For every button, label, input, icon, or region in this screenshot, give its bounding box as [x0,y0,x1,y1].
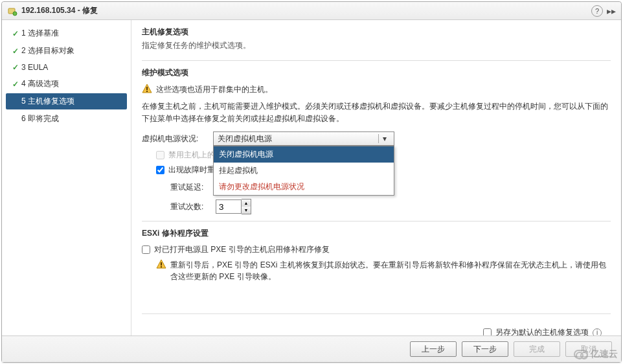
host-icon [7,6,17,16]
svg-rect-6 [161,262,162,266]
retry-count-label: 重试次数: [170,201,216,212]
help-button[interactable]: ? [591,5,603,17]
chevron-down-icon: ▾ [378,134,390,143]
content-pane: 主机修复选项 指定修复任务的维护模式选项。 维护模式选项 这些选项也适用于群集中… [131,20,621,336]
power-state-dropdown: 关闭虚拟机电源 挂起虚拟机 请勿更改虚拟机电源状况 [213,146,394,196]
retry-delay-label: 重试延迟: [170,182,216,193]
pxe-checkbox-row: 对已打开电源且 PXE 引导的主机启用修补程序修复 [142,244,611,255]
retry-count-input[interactable] [216,199,242,214]
svg-point-1 [13,12,17,16]
warning-icon [156,259,166,269]
option-power-off[interactable]: 关闭虚拟机电源 [214,146,394,163]
step-select-target[interactable]: ✓2 选择目标对象 [6,43,127,59]
section-esxi-title: ESXi 修补程序设置 [142,228,611,239]
page-subtitle: 指定修复任务的维护模式选项。 [142,40,611,51]
save-default-row: 另存为默认的主机修复选项 i [142,321,611,336]
step-eula[interactable]: ✓3 EULA [6,60,127,74]
retry-count-row: 重试次数: ▲▼ [170,199,611,214]
section-maintenance-title: 维护模式选项 [142,67,611,78]
retry-checkbox[interactable] [156,166,164,174]
window-title: 192.168.105.34 - 修复 [21,5,98,16]
titlebar: 192.168.105.34 - 修复 ? ▸▸ [2,2,621,20]
power-state-row: 虚拟机电源状况: 关闭虚拟机电源 ▾ 关闭虚拟机电源 挂起虚拟机 请勿更改虚拟机… [142,131,611,146]
next-button[interactable]: 下一步 [462,341,508,357]
page-title: 主机修复选项 [142,27,611,38]
power-state-label: 虚拟机电源状况: [142,133,213,144]
cancel-button: 取消 [565,341,612,357]
power-state-select[interactable]: 关闭虚拟机电源 ▾ [213,131,394,146]
finish-button: 完成 [514,341,560,357]
svg-rect-4 [146,91,148,92]
pxe-checkbox[interactable] [142,245,150,254]
step-select-baseline[interactable]: ✓1 选择基准 [6,25,127,41]
back-button[interactable]: 上一步 [410,341,457,357]
info-icon[interactable]: i [593,328,602,336]
save-default-checkbox[interactable] [483,328,492,336]
disable-removable-checkbox [156,151,164,159]
pxe-warning: 重新引导后，PXE 引导的 ESXi 主机将恢复到其原始状态。要在重新引导后将新… [156,259,611,282]
step-ready[interactable]: ✓6 即将完成 [6,111,127,127]
step-advanced[interactable]: ✓4 高级选项 [6,76,127,92]
step-host-remediation[interactable]: 5 主机修复选项 [6,93,127,109]
spinner-down[interactable]: ▼ [242,207,251,214]
svg-rect-3 [146,87,148,90]
option-suspend[interactable]: 挂起虚拟机 [214,163,394,179]
svg-rect-7 [161,266,162,267]
option-do-not-change[interactable]: 请勿更改虚拟机电源状况 [214,179,394,195]
dialog-window: 192.168.105.34 - 修复 ? ▸▸ ✓1 选择基准 ✓2 选择目标… [1,1,622,363]
warning-icon [142,84,152,94]
button-bar: 上一步 下一步 完成 取消 [2,336,621,362]
spinner-up[interactable]: ▲ [242,199,251,207]
maintenance-description: 在修复主机之前，主机可能需要进入维护模式。必须关闭或迁移虚拟机和虚拟设备。要减少… [142,100,611,125]
wizard-steps-sidebar: ✓1 选择基准 ✓2 选择目标对象 ✓3 EULA ✓4 高级选项 5 主机修复… [2,20,131,336]
retry-count-spinner[interactable]: ▲▼ [216,199,251,214]
cluster-warning: 这些选项也适用于群集中的主机。 [142,84,611,95]
collapse-button[interactable]: ▸▸ [607,6,616,16]
